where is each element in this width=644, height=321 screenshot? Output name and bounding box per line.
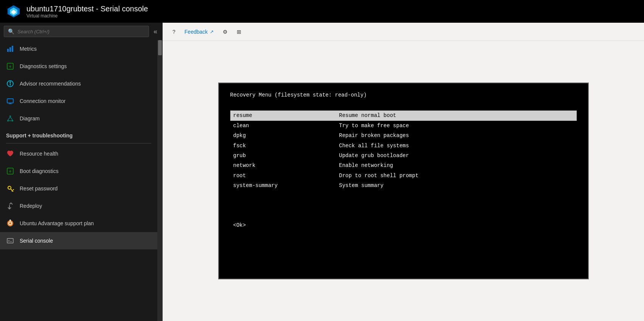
sidebar-item-diagnostics-settings[interactable]: + Diagnostics settings	[0, 58, 157, 75]
sidebar-scrollbar[interactable]	[157, 40, 163, 321]
sidebar-item-reset-password[interactable]: Reset password	[0, 180, 157, 197]
menu-key-dpkg: dpkg	[230, 131, 336, 140]
sidebar-item-label-serial-console: Serial console	[20, 238, 53, 244]
monitor-icon	[6, 97, 14, 105]
svg-text:+: +	[9, 64, 11, 69]
sidebar: 🔍 « Metrics	[0, 23, 163, 321]
terminal-title: Recovery Menu (filesystem state: read-on…	[230, 91, 577, 99]
sidebar-item-label-reset-password: Reset password	[20, 185, 57, 192]
sidebar-item-redeploy[interactable]: Redeploy	[0, 197, 157, 215]
feedback-button[interactable]: Feedback ↗	[181, 26, 217, 37]
sidebar-item-boot-diagnostics[interactable]: + Boot diagnostics	[0, 162, 157, 180]
sidebar-item-label-resource-health: Resource health	[20, 151, 58, 157]
sidebar-nav: Metrics + Diagnostics settings	[0, 40, 157, 321]
support-section-header: Support + troubleshooting	[0, 127, 157, 142]
svg-rect-12	[9, 103, 11, 104]
feedback-label: Feedback	[185, 29, 208, 35]
sidebar-item-label-diagram: Diagram	[20, 115, 40, 122]
menu-row-clean[interactable]: clean Try to make free space	[230, 121, 577, 131]
sidebar-item-diagram[interactable]: Diagram	[0, 110, 157, 127]
search-icon: 🔍	[8, 28, 14, 34]
menu-desc-network: Enable networking	[336, 160, 396, 170]
svg-point-22	[8, 186, 11, 189]
sidebar-item-label-diagnostics: Diagnostics settings	[20, 63, 67, 69]
menu-row-selected[interactable]: resume Resume normal boot	[230, 111, 577, 120]
collapse-sidebar-button[interactable]: «	[152, 26, 159, 37]
search-input[interactable]	[17, 29, 145, 34]
svg-rect-5	[12, 46, 13, 52]
diagram-icon	[6, 114, 14, 123]
key-icon	[6, 184, 14, 193]
sidebar-item-label-ubuntu: Ubuntu Advantage support plan	[20, 220, 94, 226]
sidebar-topbar: 🔍 «	[0, 23, 163, 40]
menu-row-network[interactable]: network Enable networking	[230, 160, 577, 170]
advisor-icon	[6, 79, 14, 88]
terminal[interactable]: Recovery Menu (filesystem state: read-on…	[218, 83, 589, 279]
menu-key-resume: resume	[230, 111, 336, 120]
app-logo	[6, 4, 21, 19]
menu-row-system-summary[interactable]: system-summary System summary	[230, 181, 577, 190]
sidebar-item-resource-health[interactable]: Resource health	[0, 145, 157, 162]
svg-rect-4	[9, 47, 11, 52]
terminal-menu: resume Resume normal boot clean Try to m…	[230, 111, 577, 190]
sidebar-item-label-connection: Connection monitor	[20, 98, 65, 104]
sidebar-item-label-metrics: Metrics	[20, 46, 37, 52]
header: ubuntu1710grubtest - Serial console Virt…	[0, 0, 644, 23]
bar-chart-icon	[6, 45, 14, 53]
menu-desc-root: Drop to root shell prompt	[336, 171, 422, 181]
svg-line-18	[10, 117, 12, 120]
menu-desc-resume: Resume normal boot	[336, 111, 399, 120]
menu-desc-fsck: Check all file systems	[336, 141, 412, 151]
svg-rect-11	[7, 99, 13, 103]
sidebar-item-label-boot-diagnostics: Boot diagnostics	[20, 168, 59, 174]
menu-desc-system-summary: System summary	[336, 181, 387, 190]
sidebar-item-metrics[interactable]: Metrics	[0, 40, 157, 58]
svg-point-9	[9, 81, 11, 83]
menu-desc-clean: Try to make free space	[336, 121, 412, 131]
toolbar: ? Feedback ↗ ⚙ ⊞	[163, 23, 644, 41]
sidebar-item-connection-monitor[interactable]: Connection monitor	[0, 92, 157, 110]
svg-text:+: +	[9, 169, 11, 174]
svg-point-14	[9, 115, 11, 117]
menu-row-grub[interactable]: grub Update grub bootloader	[230, 151, 577, 160]
console-icon	[6, 237, 14, 245]
svg-point-26	[7, 220, 13, 226]
svg-rect-10	[10, 83, 11, 86]
grid-icon: ⊞	[237, 29, 241, 35]
svg-point-28	[9, 220, 11, 221]
scrollbar-thumb	[158, 40, 162, 55]
section-divider	[6, 143, 151, 143]
menu-key-network: network	[230, 160, 336, 170]
page-title: ubuntu1710grubtest - Serial console	[26, 5, 148, 13]
content-area: ? Feedback ↗ ⚙ ⊞ Recovery Menu (filesyst…	[163, 23, 644, 321]
menu-desc-dpkg: Repair broken packages	[336, 131, 412, 140]
sidebar-content: Metrics + Diagnostics settings	[0, 40, 163, 321]
sidebar-item-ubuntu-advantage[interactable]: Ubuntu Advantage support plan	[0, 215, 157, 232]
main-layout: 🔍 « Metrics	[0, 23, 644, 321]
svg-rect-3	[7, 49, 9, 52]
menu-row-dpkg[interactable]: dpkg Repair broken packages	[230, 131, 577, 140]
grid-button[interactable]: ⊞	[233, 26, 245, 37]
menu-key-system-summary: system-summary	[230, 181, 336, 190]
settings-button[interactable]: ⚙	[219, 26, 231, 37]
menu-row-root[interactable]: root Drop to root shell prompt	[230, 171, 577, 181]
ubuntu-icon	[6, 219, 14, 228]
menu-key-clean: clean	[230, 121, 336, 131]
svg-line-17	[8, 117, 10, 120]
terminal-ok[interactable]: <Ok>	[230, 221, 577, 229]
help-button[interactable]: ?	[169, 26, 179, 37]
sidebar-item-advisor[interactable]: Advisor recommendations	[0, 75, 157, 92]
boot-icon: +	[6, 167, 14, 175]
search-box[interactable]: 🔍	[4, 26, 149, 37]
menu-key-root: root	[230, 171, 336, 181]
menu-key-fsck: fsck	[230, 141, 336, 151]
sidebar-item-label-redeploy: Redeploy	[20, 203, 42, 209]
heart-icon	[6, 150, 14, 158]
menu-key-grub: grub	[230, 151, 336, 160]
sidebar-item-serial-console[interactable]: Serial console	[0, 232, 157, 249]
page-subtitle: Virtual machine	[26, 13, 148, 19]
help-icon: ?	[172, 29, 175, 35]
menu-row-fsck[interactable]: fsck Check all file systems	[230, 141, 577, 151]
diagnostics-icon: +	[6, 62, 14, 70]
svg-rect-13	[9, 104, 12, 104]
